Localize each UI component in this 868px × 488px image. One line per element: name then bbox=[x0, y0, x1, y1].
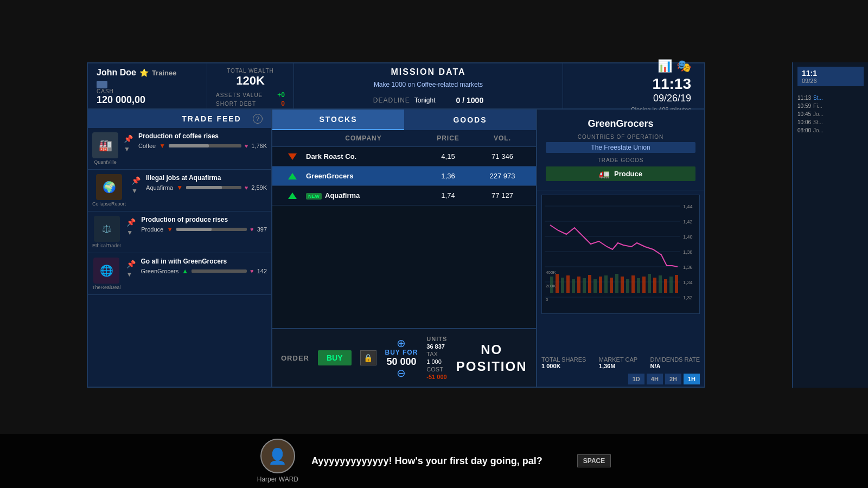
trade-feed: TRADE FEED ? 🏭 QuantVille 📌 ▼ Production… bbox=[88, 110, 272, 387]
table-row-3[interactable]: NEWAquafirma 1,74 77 127 bbox=[272, 186, 536, 206]
player-name-text: John Doe bbox=[97, 68, 136, 78]
feed-avatar-wrapper-4: 🌐 TheRealDeal bbox=[92, 258, 121, 290]
tf-4h[interactable]: 4H bbox=[647, 374, 663, 384]
tf-2h[interactable]: 2H bbox=[665, 374, 681, 384]
player-name-row: John Doe ⭐ Trainee bbox=[97, 68, 198, 78]
stocks-tabs: STOCKS GOODS bbox=[272, 110, 536, 130]
feed-heart-1: ♥ bbox=[245, 143, 248, 149]
mission-title: MISSION DATA bbox=[391, 67, 465, 77]
svg-rect-32 bbox=[648, 274, 651, 293]
order-label: ORDER bbox=[281, 354, 309, 362]
countries-label: COUNTRIES OF OPERATION bbox=[546, 134, 695, 140]
svg-text:400K: 400K bbox=[546, 270, 556, 275]
tab-goods[interactable]: GOODS bbox=[404, 110, 536, 130]
assets-value-row: ASSETS VALUE +0 bbox=[216, 91, 285, 99]
order-section: ORDER BUY 🔒 ⊕ BUY FOR 50 000 ⊖ UNITS 36 bbox=[272, 328, 536, 387]
buy-button[interactable]: BUY bbox=[318, 350, 352, 365]
feed-item-3[interactable]: ⚖️ EthicalTrader 📌 ▼ Production of produ… bbox=[88, 211, 271, 253]
decrement-button[interactable]: ⊖ bbox=[397, 368, 406, 378]
chart-timeframes: 1D 4H 2H 1H bbox=[537, 371, 704, 387]
svg-rect-19 bbox=[577, 277, 580, 293]
svg-rect-31 bbox=[642, 277, 646, 293]
deadline-value: Tonight bbox=[414, 97, 436, 104]
pin-icon-3: 📌 bbox=[126, 218, 136, 227]
side-panel: 11:1 09/26 11:13 St... 10:59 Fi... 10:45… bbox=[792, 62, 868, 388]
svg-rect-24 bbox=[604, 275, 608, 293]
stocks-panel: STOCKS GOODS COMPANY PRICE VOL. Dark Roa… bbox=[272, 110, 536, 387]
dialog-avatar: 👤 bbox=[260, 439, 295, 473]
cash-section: CASH 120 000,00 bbox=[97, 81, 198, 106]
feed-avatar-wrapper-2: 🌍 CollapseReport bbox=[92, 174, 126, 207]
svg-text:1,40: 1,40 bbox=[683, 234, 693, 240]
feed-stock-name-1: Coffee bbox=[138, 143, 156, 149]
down-arrow-4: ▼ bbox=[126, 271, 133, 278]
tax-value: 1 000 bbox=[426, 358, 442, 365]
trade-feed-help[interactable]: ? bbox=[253, 114, 263, 124]
company-panel: GreenGrocers COUNTRIES OF OPERATION The … bbox=[536, 110, 704, 387]
total-shares-stat: TOTAL SHARES 1 000K bbox=[541, 356, 586, 369]
svg-text:1,38: 1,38 bbox=[683, 249, 693, 255]
trend-down-icon-1 bbox=[288, 153, 297, 160]
side-events: 11:13 St... 10:59 Fi... 10:45 Jo... 10:0… bbox=[797, 95, 864, 133]
event-text-3: Jo... bbox=[813, 111, 824, 117]
feed-stock-name-2: Aquafirma bbox=[146, 184, 173, 191]
company-name-1: Dark Roast Co. bbox=[306, 152, 421, 160]
side-panel-header: 11:1 09/26 bbox=[797, 67, 864, 86]
trade-good-text: Produce bbox=[614, 170, 642, 178]
side-date: 09/26 bbox=[802, 78, 859, 84]
clock-icons: 📊 🎭 bbox=[658, 59, 691, 73]
increment-button[interactable]: ⊕ bbox=[397, 338, 406, 349]
svg-rect-23 bbox=[599, 277, 602, 293]
vol-3: 77 127 bbox=[475, 191, 529, 200]
svg-rect-37 bbox=[675, 275, 678, 293]
tax-row: TAX bbox=[426, 351, 447, 357]
event-time-1: 11:13 bbox=[797, 95, 811, 101]
tf-1h[interactable]: 1H bbox=[684, 374, 700, 384]
tf-1d[interactable]: 1D bbox=[628, 374, 644, 384]
chart-bar-icon: 📊 bbox=[658, 59, 672, 73]
market-cap-value: 1,36M bbox=[599, 363, 637, 369]
tab-stocks[interactable]: STOCKS bbox=[272, 110, 404, 130]
feed-item-2[interactable]: 🌍 CollapseReport 📌 ▼ Illegal jobs at Aqu… bbox=[88, 170, 271, 211]
table-row-1[interactable]: Dark Roast Co. 4,15 71 346 bbox=[272, 147, 536, 166]
assets-value: +0 bbox=[277, 91, 285, 99]
table-header: COMPANY PRICE VOL. bbox=[272, 130, 536, 147]
price-chart-svg: 1,44 1,42 1,40 1,38 1,36 1,34 1,32 bbox=[542, 195, 699, 304]
side-event-4: 10:06 St... bbox=[797, 119, 864, 125]
feed-item-1[interactable]: 🏭 QuantVille 📌 ▼ Production of coffee ri… bbox=[88, 128, 271, 170]
units-row: UNITS bbox=[426, 336, 447, 342]
units-label: UNITS bbox=[426, 336, 447, 342]
event-text-2: Fi... bbox=[813, 103, 822, 109]
feed-content-4: Go all in with GreenGrocers GreenGrocers… bbox=[141, 258, 267, 275]
feed-count-2: 2,59K bbox=[251, 184, 267, 191]
table-row-2[interactable]: GreenGrocers 1,36 227 973 bbox=[272, 166, 536, 186]
buy-for-label: BUY FOR bbox=[385, 349, 418, 356]
feed-bar-fill-3 bbox=[176, 228, 212, 231]
cost-value-row: -51 000 bbox=[426, 374, 447, 380]
feed-avatar-2: 🌍 bbox=[96, 174, 122, 200]
svg-text:1,44: 1,44 bbox=[683, 204, 693, 209]
vol-1: 71 346 bbox=[475, 152, 529, 160]
price-3: 1,74 bbox=[421, 191, 475, 200]
trade-good-badge[interactable]: 🚛 Produce bbox=[546, 166, 695, 181]
lock-button[interactable]: 🔒 bbox=[360, 350, 376, 365]
space-button[interactable]: SPACE bbox=[577, 454, 611, 467]
svg-rect-35 bbox=[664, 279, 667, 293]
assets-debt: ASSETS VALUE +0 SHORT DEBT 0 bbox=[216, 91, 285, 107]
col-icon bbox=[279, 134, 306, 142]
event-time-4: 10:06 bbox=[797, 119, 811, 125]
svg-rect-36 bbox=[669, 277, 673, 293]
pin-icon-2: 📌 bbox=[131, 176, 141, 185]
total-shares-label: TOTAL SHARES bbox=[541, 356, 586, 363]
clock-section: 📊 🎭 11:13 09/26/19 Closing in 406 minute… bbox=[563, 63, 704, 108]
svg-rect-20 bbox=[583, 278, 586, 293]
event-text-5: Jo... bbox=[813, 127, 824, 133]
feed-item-4[interactable]: 🌐 TheRealDeal 📌 ▼ Go all in with GreenGr… bbox=[88, 253, 271, 295]
side-event-3: 10:45 Jo... bbox=[797, 111, 864, 117]
svg-rect-15 bbox=[556, 274, 559, 293]
down-arrow-3: ▼ bbox=[126, 229, 133, 236]
dividends-value: N/A bbox=[650, 363, 700, 369]
chart-area: 1,44 1,42 1,40 1,38 1,36 1,34 1,32 bbox=[537, 190, 704, 354]
feed-stock-row-3: Produce ▼ ♥ 397 bbox=[141, 226, 267, 233]
cash-label: CASH bbox=[97, 88, 198, 94]
